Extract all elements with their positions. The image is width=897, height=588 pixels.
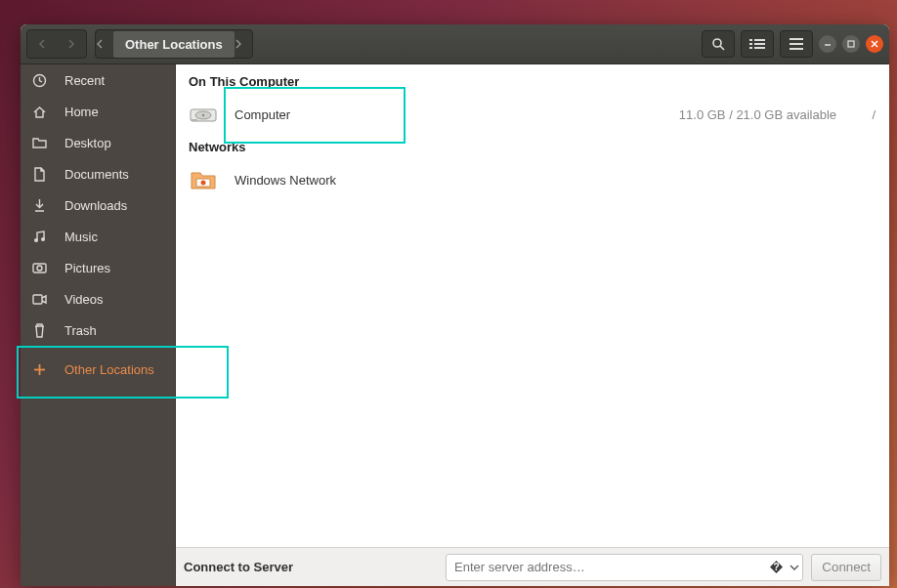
server-address-wrap: ? [446, 554, 803, 581]
svg-point-17 [41, 237, 45, 241]
camera-icon [31, 262, 47, 273]
sidebar-item-label: Other Locations [64, 362, 154, 377]
list-icon [749, 38, 765, 50]
sidebar-item-label: Videos [64, 292, 104, 307]
clock-icon [31, 73, 47, 88]
download-icon [31, 198, 47, 213]
history-dropdown-icon[interactable] [790, 565, 799, 570]
row-name: Computer [235, 107, 290, 122]
connect-button[interactable]: Connect [811, 554, 881, 581]
sidebar-item-music[interactable]: Music [21, 221, 175, 252]
server-input-icons: ? [769, 554, 799, 581]
sidebar-item-home[interactable]: Home [21, 96, 175, 127]
close-icon [871, 40, 878, 48]
window-minimize-button[interactable] [819, 35, 836, 53]
row-windows-network[interactable]: Windows Network [176, 156, 889, 203]
svg-rect-8 [790, 38, 803, 40]
sidebar-item-pictures[interactable]: Pictures [21, 252, 175, 283]
minimize-icon [824, 40, 832, 48]
path-location[interactable]: Other Locations [113, 31, 235, 58]
path-next-icon [235, 39, 252, 49]
file-icon [31, 167, 47, 182]
row-path: / [854, 107, 876, 122]
svg-text:?: ? [774, 562, 780, 572]
svg-point-0 [713, 39, 721, 47]
folder-icon [31, 137, 47, 149]
plus-icon [31, 363, 47, 376]
svg-rect-7 [754, 47, 765, 49]
sidebar-item-videos[interactable]: Videos [21, 283, 175, 315]
svg-rect-20 [33, 295, 42, 304]
help-icon[interactable]: ? [769, 560, 784, 574]
sidebar-item-documents[interactable]: Documents [21, 158, 175, 189]
svg-rect-10 [790, 48, 803, 50]
search-icon [711, 37, 725, 51]
sidebar-item-downloads[interactable]: Downloads [21, 189, 175, 221]
svg-rect-9 [790, 43, 803, 45]
titlebar: Other Locations [21, 24, 889, 64]
forward-button[interactable] [57, 30, 86, 58]
network-folder-icon [190, 166, 217, 193]
drive-icon [190, 101, 217, 128]
sidebar-item-desktop[interactable]: Desktop [21, 127, 175, 158]
svg-rect-12 [848, 41, 854, 47]
svg-point-25 [202, 114, 205, 117]
maximize-icon [847, 40, 855, 48]
trash-icon [31, 323, 47, 338]
content: On This Computer Computer 11.0 GB / 21.0… [175, 64, 889, 586]
sidebar-item-label: Recent [64, 73, 105, 88]
svg-line-1 [720, 46, 724, 50]
row-storage: 11.0 GB / 21.0 GB available [679, 107, 836, 122]
svg-rect-2 [749, 39, 752, 41]
svg-rect-3 [754, 39, 765, 41]
hamburger-menu-button[interactable] [780, 30, 813, 58]
hamburger-icon [790, 38, 803, 50]
svg-rect-4 [749, 43, 752, 45]
server-address-input[interactable] [446, 554, 803, 581]
connect-bar: Connect to Server ? Connect [176, 547, 889, 586]
connect-label: Connect to Server [184, 560, 293, 574]
content-main: On This Computer Computer 11.0 GB / 21.0… [176, 64, 889, 547]
svg-rect-5 [754, 43, 765, 45]
section-on-this-computer: On This Computer [189, 74, 889, 89]
sidebar-item-label: Desktop [64, 136, 111, 150]
svg-rect-26 [192, 119, 197, 121]
video-icon [31, 294, 47, 305]
sidebar-item-label: Documents [64, 167, 129, 182]
nav-group [26, 29, 87, 59]
svg-point-19 [37, 266, 42, 271]
section-networks: Networks [189, 140, 889, 154]
row-name: Windows Network [235, 173, 336, 188]
window-close-button[interactable] [866, 35, 883, 53]
window-maximize-button[interactable] [842, 35, 860, 53]
sidebar-item-label: Home [64, 105, 99, 119]
sidebar-item-recent[interactable]: Recent [21, 64, 175, 96]
sidebar-item-label: Downloads [64, 198, 127, 213]
sidebar-item-label: Music [64, 230, 98, 244]
path-prev-icon [96, 39, 113, 49]
window-body: Recent Home Desktop Documents Downloads … [21, 64, 889, 586]
sidebar-item-label: Pictures [64, 261, 110, 275]
home-icon [31, 105, 47, 119]
view-toggle-button[interactable] [741, 30, 774, 58]
sidebar: Recent Home Desktop Documents Downloads … [21, 64, 175, 586]
sidebar-item-label: Trash [64, 323, 97, 338]
back-button[interactable] [27, 30, 57, 58]
row-computer[interactable]: Computer 11.0 GB / 21.0 GB available / [176, 91, 889, 138]
sidebar-item-trash[interactable]: Trash [21, 315, 175, 346]
svg-rect-6 [749, 47, 752, 49]
svg-point-16 [34, 238, 38, 242]
files-window: Other Locations Recent [21, 24, 889, 586]
music-icon [31, 230, 47, 243]
sidebar-item-other-locations[interactable]: Other Locations [21, 354, 175, 385]
svg-point-28 [201, 181, 206, 186]
search-button[interactable] [702, 30, 735, 58]
path-bar[interactable]: Other Locations [95, 29, 253, 59]
